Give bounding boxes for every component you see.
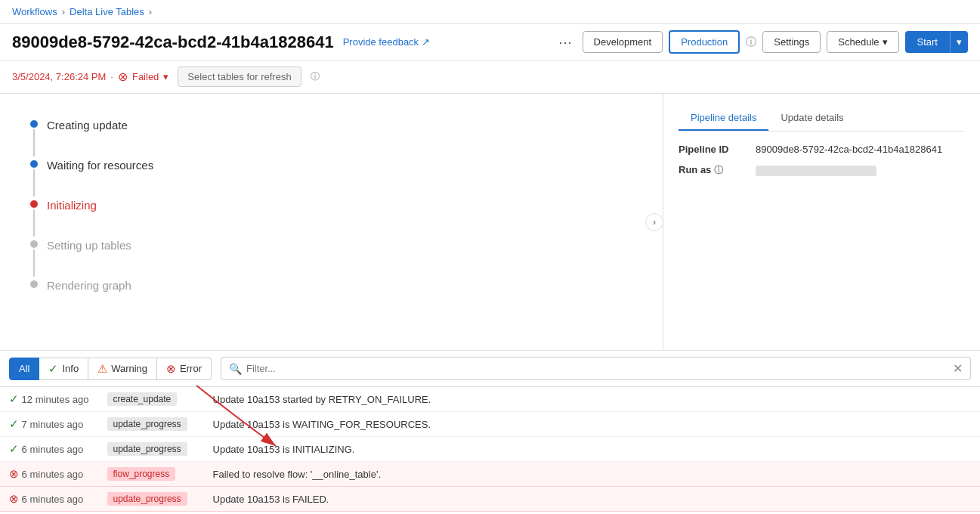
step-label-waiting: Waiting for resources [47, 156, 153, 172]
start-button-group: Start ▾ [905, 31, 968, 53]
table-row: ⊗ 6 minutes ago update_progress Update 1… [0, 487, 980, 512]
close-search-button[interactable]: ✕ [953, 361, 963, 376]
table-row: ✓ 7 minutes ago update_progress Update 1… [0, 412, 980, 437]
log-tag-label: update_progress [107, 492, 187, 506]
select-tables-button[interactable]: Select tables for refresh [178, 67, 301, 87]
log-message: Update 10a153 is WAITING_FOR_RESOURCES. [204, 412, 980, 437]
status-text: Failed [132, 71, 159, 82]
steps-area: Creating update Waiting for resources In… [0, 94, 663, 350]
filter-info-button[interactable]: ✓ Info [39, 358, 88, 380]
timestamp: 3/5/2024, 7:26:24 PM [12, 71, 106, 82]
header-row: 89009de8-5792-42ca-bcd2-41b4a1828641 Pro… [0, 24, 980, 60]
pipeline-id-value: 89009de8-5792-42ca-bcd2-41b4a1828641 [756, 144, 942, 155]
feedback-link[interactable]: Provide feedback ↗ [343, 36, 430, 48]
panel-tabs: Pipeline details Update details [679, 106, 965, 132]
step-label-rendering-graph: Rendering graph [47, 277, 131, 292]
log-tag-label: update_progress [107, 417, 187, 431]
log-entries-table: ✓ 12 minutes ago create_update Update 10… [0, 387, 980, 512]
status-separator: · [110, 71, 113, 82]
log-message: Update 10a153 started by RETRY_ON_FAILUR… [204, 387, 980, 412]
breadcrumb: Workflows › Delta Live Tables › [0, 0, 980, 24]
log-time: ✓ 6 minutes ago [0, 437, 98, 462]
log-time: ⊗ 6 minutes ago [0, 487, 98, 512]
status-check-icon: ✓ [9, 392, 19, 405]
step-label-setting-up-tables: Setting up tables [47, 237, 131, 252]
pipeline-steps: Creating update Waiting for resources In… [30, 109, 632, 292]
log-time: ✓ 12 minutes ago [0, 387, 98, 412]
schedule-chevron-icon: ▾ [883, 36, 888, 48]
breadcrumb-sep1: › [62, 6, 65, 17]
log-message: Update 10a153 is FAILED. [204, 487, 980, 512]
production-button[interactable]: Production [669, 30, 740, 54]
filter-warning-button[interactable]: ⚠ Warning [88, 358, 157, 380]
log-tag: flow_progress [98, 462, 204, 487]
status-x-icon: ⊗ [9, 492, 19, 505]
table-row: ⊗ 6 minutes ago flow_progress Failed to … [0, 462, 980, 487]
breadcrumb-delta-live[interactable]: Delta Live Tables [70, 6, 144, 17]
step-dot-rendering-graph [30, 280, 38, 288]
step-line-4 [33, 249, 35, 277]
settings-button[interactable]: Settings [762, 31, 821, 53]
step-dot-initializing [30, 200, 38, 208]
step-line-1 [33, 129, 35, 156]
start-dropdown-button[interactable]: ▾ [950, 31, 968, 53]
step-dot-waiting [30, 160, 38, 168]
schedule-button[interactable]: Schedule ▾ [827, 31, 898, 53]
filter-info-label: Info [62, 363, 79, 374]
status-x-icon: ⊗ [9, 467, 19, 480]
filter-toolbar: All ✓ Info ⚠ Warning ⊗ Error 🔍 ✕ [0, 351, 980, 387]
toolbar-row: 3/5/2024, 7:26:24 PM · ⊗ Failed ▾ Select… [0, 60, 980, 94]
log-message: Update 10a153 is INITIALIZING. [204, 437, 980, 462]
status-x-icon: ⊗ [118, 70, 128, 84]
log-message: Failed to resolve flow: '__online_table'… [204, 462, 980, 487]
tab-pipeline-details[interactable]: Pipeline details [679, 106, 768, 131]
filter-error-label: Error [180, 363, 202, 374]
status-chevron-icon: ▾ [163, 71, 168, 82]
prod-info-icon[interactable]: ⓘ [746, 36, 756, 49]
step-label-initializing: Initializing [47, 197, 97, 212]
table-row: ✓ 12 minutes ago create_update Update 10… [0, 387, 980, 412]
log-tag-label: update_progress [107, 442, 187, 456]
details-panel: Pipeline details Update details Pipeline… [663, 94, 980, 350]
log-tag: update_progress [98, 412, 204, 437]
step-label-creating-update: Creating update [47, 116, 128, 132]
log-table: ✓ 12 minutes ago create_update Update 10… [0, 387, 980, 514]
filter-error-button[interactable]: ⊗ Error [157, 358, 212, 380]
pipeline-id-label: Pipeline ID [679, 144, 747, 155]
breadcrumb-workflows[interactable]: Workflows [12, 6, 57, 17]
info-check-icon: ✓ [48, 362, 58, 376]
log-search-input[interactable] [246, 363, 948, 374]
start-button[interactable]: Start [905, 31, 950, 53]
search-icon: 🔍 [229, 363, 242, 375]
step-dot-setting-up-tables [30, 240, 38, 248]
development-button[interactable]: Development [583, 31, 663, 53]
schedule-label: Schedule [838, 36, 879, 48]
status-badge: 3/5/2024, 7:26:24 PM · ⊗ Failed ▾ [12, 70, 168, 84]
step-waiting: Waiting for resources [30, 156, 632, 197]
warning-icon: ⚠ [97, 362, 107, 376]
log-table-body: ✓ 12 minutes ago create_update Update 10… [0, 387, 980, 512]
select-tables-help-icon[interactable]: ⓘ [311, 70, 320, 83]
collapse-panel-button[interactable]: › [645, 213, 663, 231]
step-creating-update: Creating update [30, 116, 632, 156]
log-tag-label: flow_progress [107, 467, 176, 481]
more-options-button[interactable]: ⋯ [554, 31, 577, 54]
step-dot-creating-update [30, 120, 38, 128]
header-actions: ⋯ Development Production ⓘ Settings Sche… [554, 30, 968, 54]
run-as-info-icon[interactable]: ⓘ [714, 165, 723, 175]
pipeline-id-heading: 89009de8-5792-42ca-bcd2-41b4a1828641 [12, 33, 334, 52]
filter-warning-label: Warning [111, 363, 147, 374]
step-initializing: Initializing [30, 197, 632, 237]
error-icon: ⊗ [166, 362, 176, 376]
tab-update-details[interactable]: Update details [768, 106, 855, 131]
run-as-row: Run as ⓘ [679, 164, 965, 177]
status-check-icon: ✓ [9, 442, 19, 455]
step-setting-up-tables: Setting up tables [30, 237, 632, 277]
log-tag: update_progress [98, 437, 204, 462]
log-time: ✓ 7 minutes ago [0, 412, 98, 437]
log-tag: update_progress [98, 487, 204, 512]
log-search-box: 🔍 ✕ [221, 357, 971, 380]
filter-all-button[interactable]: All [9, 358, 39, 380]
log-tag-label: create_update [107, 392, 178, 406]
log-tag: create_update [98, 387, 204, 412]
